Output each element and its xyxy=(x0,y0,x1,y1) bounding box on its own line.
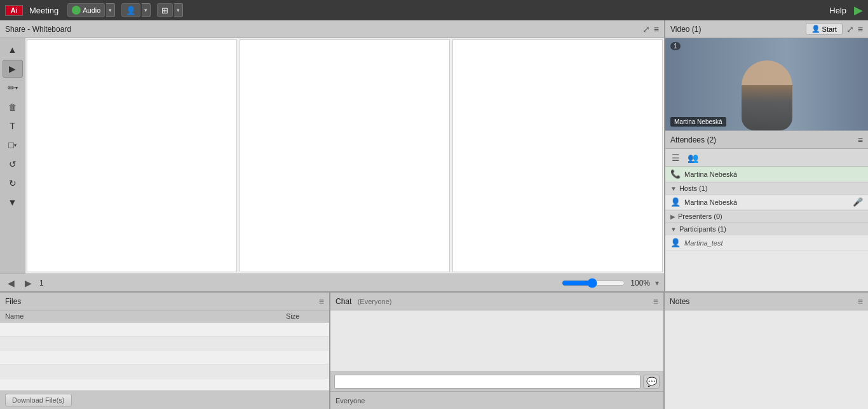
text-tool[interactable]: T xyxy=(3,117,23,135)
wb-page-3 xyxy=(452,39,663,272)
shape-tool[interactable]: □ ▾ xyxy=(3,136,23,154)
file-row-2 xyxy=(0,336,329,350)
zoom-slider[interactable] xyxy=(562,278,625,288)
expand-icon[interactable]: ⤢ xyxy=(642,24,650,34)
files-panel: Files ≡ Name Size Download File(s) xyxy=(0,293,330,409)
whiteboard-canvas[interactable] xyxy=(25,38,664,274)
select-tool[interactable]: ▶ xyxy=(3,60,23,78)
redo-tool[interactable]: ↻ xyxy=(3,174,23,192)
webcam-icon: 👤 xyxy=(126,6,136,15)
files-rows xyxy=(0,322,329,391)
share-panel: Share - Whiteboard ⤢ ≡ ▲ ▶ ✏ ▾ 🗑 xyxy=(0,20,665,291)
participant-avatar-icon: 👤 xyxy=(670,238,681,247)
notes-content[interactable] xyxy=(665,310,868,409)
file-row-3 xyxy=(0,350,329,364)
camera-icon: 👤 xyxy=(811,25,820,33)
files-col-size: Size xyxy=(286,312,324,320)
layout-dropdown[interactable]: ▾ xyxy=(174,3,183,17)
help-link[interactable]: Help xyxy=(829,6,846,15)
webcam-button[interactable]: 👤 xyxy=(121,3,140,17)
phone-icon: 📞 xyxy=(670,169,681,179)
video-expand-icon[interactable]: ⤢ xyxy=(846,24,854,34)
wb-page-1 xyxy=(27,39,237,272)
files-header: Files ≡ xyxy=(0,293,329,310)
chat-menu-icon[interactable]: ≡ xyxy=(653,296,658,307)
files-col-name: Name xyxy=(5,312,286,320)
layout-button[interactable]: ⊞ xyxy=(157,3,173,17)
hosts-label: Hosts (1) xyxy=(679,184,708,192)
main-layout: Share - Whiteboard ⤢ ≡ ▲ ▶ ✏ ▾ 🗑 xyxy=(0,20,868,409)
share-panel-title: Share - Whiteboard xyxy=(5,25,71,34)
share-panel-icons: ⤢ ≡ xyxy=(642,24,659,34)
chat-send-icon: 💬 xyxy=(646,377,657,387)
video-person xyxy=(742,60,792,130)
participants-expand-icon: ▼ xyxy=(670,226,677,233)
meeting-title: Meeting xyxy=(29,6,58,15)
download-button[interactable]: Download File(s) xyxy=(5,394,72,406)
layout-icon: ⊞ xyxy=(161,6,168,15)
video-title: Video (1) xyxy=(670,25,702,34)
undo-tool[interactable]: ↺ xyxy=(3,155,23,173)
audio-button[interactable]: Audio xyxy=(67,3,105,17)
chat-send-button[interactable]: 💬 xyxy=(643,375,660,389)
zoom-dropdown-icon[interactable]: ▾ xyxy=(655,279,659,288)
draw-tool[interactable]: ✏ ▾ xyxy=(3,79,23,97)
draw-icon: ✏ xyxy=(8,83,15,93)
audio-dropdown[interactable]: ▾ xyxy=(106,3,115,17)
chat-input-row: 💬 xyxy=(330,371,663,391)
right-panel: Video (1) 👤 Start ⤢ ≡ 1 xyxy=(665,20,868,291)
participants-group-header[interactable]: ▼ Participants (1) xyxy=(665,223,868,235)
notes-menu-icon[interactable]: ≡ xyxy=(858,296,863,307)
notes-header: Notes ≡ xyxy=(665,293,868,310)
active-speaker-name: Martina Nebeská xyxy=(684,170,737,178)
video-header-buttons: 👤 Start ⤢ ≡ xyxy=(806,23,863,35)
delete-tool[interactable]: 🗑 xyxy=(3,98,23,116)
attendees-header: Attendees (2) ≡ xyxy=(665,131,868,149)
delete-icon: 🗑 xyxy=(8,102,17,112)
top-row: Share - Whiteboard ⤢ ≡ ▲ ▶ ✏ ▾ 🗑 xyxy=(0,20,868,291)
chat-input[interactable] xyxy=(334,375,641,389)
bottom-row: Files ≡ Name Size Download File(s) xyxy=(0,291,868,409)
chat-header: Chat (Everyone) ≡ xyxy=(330,293,663,310)
host-row: 👤 Martina Nebeská 🎤 xyxy=(665,195,868,210)
share-menu-icon[interactable]: ≡ xyxy=(654,24,659,34)
chat-messages xyxy=(330,310,663,371)
participants-label: Participants (1) xyxy=(679,225,726,233)
whiteboard-footer: ◀ ▶ 1 100% ▾ xyxy=(0,274,664,291)
scroll-down-tool[interactable]: ▼ xyxy=(3,193,23,211)
presenters-group-header[interactable]: ▶ Presenters (0) xyxy=(665,210,868,223)
start-video-button[interactable]: 👤 Start xyxy=(806,23,843,35)
files-table-header: Name Size xyxy=(0,310,329,322)
attendees-toolbar: ☰ 👥 xyxy=(665,149,868,167)
wb-page-number: 1 xyxy=(39,279,44,288)
file-row-5 xyxy=(0,378,329,391)
file-row-4 xyxy=(0,364,329,378)
host-avatar-icon: 👤 xyxy=(670,197,681,207)
connection-icon: ▶ xyxy=(854,3,863,17)
share-panel-header: Share - Whiteboard ⤢ ≡ xyxy=(0,20,664,38)
chat-title: Chat (Everyone) xyxy=(336,297,392,306)
draw-submenu-icon: ▾ xyxy=(15,85,18,91)
video-menu-icon[interactable]: ≡ xyxy=(858,24,863,34)
attendees-list-view-icon[interactable]: ☰ xyxy=(669,151,682,164)
video-participant-count: 1 xyxy=(670,42,681,50)
wb-next-btn[interactable]: ▶ xyxy=(22,277,34,289)
video-name-tag: Martina Nebeská xyxy=(670,117,726,127)
notes-panel: Notes ≡ xyxy=(665,293,868,409)
chat-recipient-label: Everyone xyxy=(336,397,365,405)
hosts-group-header[interactable]: ▼ Hosts (1) xyxy=(665,182,868,195)
chat-everyone-label: (Everyone) xyxy=(358,298,392,305)
scroll-up-tool[interactable]: ▲ xyxy=(3,41,23,59)
host-name: Martina Nebeská xyxy=(684,198,737,206)
host-mic-icon: 🎤 xyxy=(853,197,863,207)
wb-page-2 xyxy=(240,39,450,272)
attendees-menu-icon[interactable]: ≡ xyxy=(858,135,863,145)
files-footer: Download File(s) xyxy=(0,391,329,409)
whiteboard-toolbar: ▲ ▶ ✏ ▾ 🗑 T □ ▾ ↺ ↻ ▼ xyxy=(0,38,25,274)
wb-prev-btn[interactable]: ◀ xyxy=(5,277,17,289)
files-menu-icon[interactable]: ≡ xyxy=(319,296,324,307)
attendees-card-view-icon[interactable]: 👥 xyxy=(685,151,701,164)
webcam-dropdown[interactable]: ▾ xyxy=(142,3,151,17)
shape-submenu-icon: ▾ xyxy=(14,142,17,148)
attendees-list: 📞 Martina Nebeská ▼ Hosts (1) 👤 Martina … xyxy=(665,167,868,291)
